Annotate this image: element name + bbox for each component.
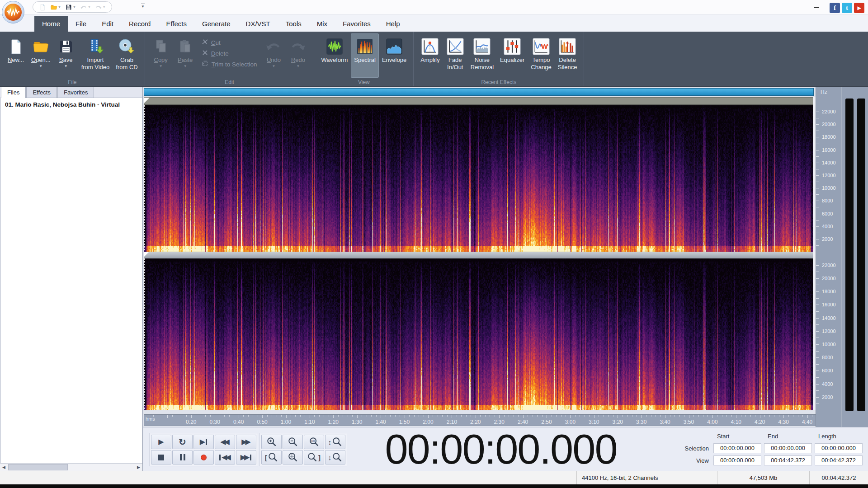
time-tick bbox=[665, 415, 665, 418]
time-tick bbox=[438, 415, 438, 417]
time-tick-label: 2:20 bbox=[470, 419, 481, 425]
ribbon-item-amplify[interactable]: Amplify bbox=[417, 33, 443, 78]
menu-tab-file[interactable]: File bbox=[68, 16, 94, 32]
app-window: ▼▼▼▼ ▼ HomeFileEditRecordEffectsGenerate… bbox=[0, 0, 868, 488]
zoom-selection-start-button[interactable]: [ bbox=[261, 450, 282, 465]
freq-tick bbox=[816, 245, 819, 246]
sidebar-horizontal-scrollbar[interactable]: ◀ ▶ bbox=[0, 463, 142, 471]
menu-tab-home[interactable]: Home bbox=[34, 16, 68, 32]
facebook-icon[interactable]: f bbox=[830, 3, 840, 13]
view-length-field[interactable]: 00:04:42.372 bbox=[815, 455, 863, 465]
zoom-in-button[interactable] bbox=[261, 435, 282, 449]
file-list-item[interactable]: 01. Mario Rasic, Nebojsa Buhin - Virtual bbox=[1, 98, 142, 111]
freq-tick bbox=[816, 124, 819, 125]
time-tick bbox=[281, 415, 282, 417]
selection-start-field[interactable]: 00:00:00.000 bbox=[713, 443, 761, 453]
freq-tick bbox=[816, 220, 819, 221]
time-tick bbox=[561, 415, 561, 417]
menu-tab-dx-vst[interactable]: DX/VST bbox=[238, 16, 278, 32]
qat-open-folder-icon[interactable]: ▼ bbox=[49, 3, 62, 11]
spectrogram-area[interactable]: hms 0:200:300:400:501:001:101:201:301:40… bbox=[144, 87, 816, 427]
freq-tick-label: 8000 bbox=[822, 198, 833, 203]
selection-end-field[interactable]: 00:00:00.000 bbox=[764, 443, 812, 453]
time-ruler[interactable]: hms 0:200:300:400:501:001:101:201:301:40… bbox=[144, 414, 816, 426]
sidebar-tab-files[interactable]: Files bbox=[1, 87, 26, 98]
ribbon-item-waveform[interactable]: Waveform bbox=[318, 33, 351, 78]
menu-tab-effects[interactable]: Effects bbox=[158, 16, 194, 32]
forward-button[interactable]: ▶▶ bbox=[236, 435, 256, 449]
ribbon-item-new[interactable]: New... bbox=[4, 33, 28, 78]
minimize-button[interactable] bbox=[806, 0, 826, 14]
menu-tab-generate[interactable]: Generate bbox=[194, 16, 238, 32]
ribbon-item-save[interactable]: Save▼ bbox=[54, 33, 78, 78]
go-to-start-button[interactable]: ◀◀ bbox=[215, 450, 235, 465]
quick-access-overflow-icon[interactable]: ▼ bbox=[141, 4, 145, 9]
time-tick bbox=[210, 415, 211, 417]
menu-tab-favorites[interactable]: Favorites bbox=[335, 16, 378, 32]
file-list[interactable]: 01. Mario Rasic, Nebojsa Buhin - Virtual bbox=[0, 98, 142, 463]
dropdown-arrow-icon: ▼ bbox=[103, 5, 106, 9]
ribbon-item-tempo-change[interactable]: TempoChange bbox=[528, 33, 555, 78]
scroll-left-icon[interactable]: ◀ bbox=[0, 464, 8, 471]
menu-tab-help[interactable]: Help bbox=[378, 16, 408, 32]
sidebar-tab-favorites[interactable]: Favorites bbox=[57, 87, 94, 98]
dropdown-arrow-icon: ▼ bbox=[297, 64, 300, 68]
youtube-icon[interactable]: ▶ bbox=[854, 3, 864, 13]
time-tick-label: 2:10 bbox=[447, 419, 457, 425]
sidebar-tab-effects[interactable]: Effects bbox=[26, 87, 57, 98]
spectrogram-channel-2[interactable] bbox=[144, 258, 813, 410]
ribbon-item-delete-silence[interactable]: DeleteSilence bbox=[555, 33, 580, 78]
go-to-end-button[interactable]: ▶▶ bbox=[236, 450, 256, 465]
scrollbar-thumb[interactable] bbox=[8, 464, 68, 470]
menu-tab-mix[interactable]: Mix bbox=[309, 16, 335, 32]
rewind-button[interactable]: ◀◀ bbox=[215, 435, 235, 449]
scroll-right-icon[interactable]: ▶ bbox=[135, 464, 142, 471]
selection-length-field[interactable]: 00:00:00.000 bbox=[815, 443, 863, 453]
ribbon-item-import-from-video[interactable]: Importfrom Video bbox=[78, 33, 113, 78]
time-tick bbox=[490, 415, 490, 417]
menu-tab-tools[interactable]: Tools bbox=[278, 16, 309, 32]
app-logo-icon[interactable] bbox=[2, 1, 24, 23]
time-tick-label: 1:00 bbox=[281, 419, 291, 425]
play-button[interactable]: ▶ bbox=[151, 435, 171, 449]
ribbon-item-spectral[interactable]: Spectral bbox=[351, 33, 379, 78]
qat-save-icon[interactable]: ▼ bbox=[64, 3, 77, 11]
menu-tab-edit[interactable]: Edit bbox=[94, 16, 121, 32]
view-start-field[interactable]: 00:00:00.000 bbox=[713, 455, 761, 465]
ribbon-item-grab-from-cd[interactable]: Grabfrom CD bbox=[113, 33, 141, 78]
freq-tick bbox=[816, 144, 819, 144]
time-tick bbox=[205, 415, 206, 417]
freq-tick bbox=[816, 265, 819, 266]
time-tick bbox=[277, 415, 277, 417]
twitter-icon[interactable]: t bbox=[842, 3, 852, 13]
stop-button[interactable] bbox=[151, 450, 171, 465]
ribbon-item-envelope[interactable]: Envelope bbox=[379, 33, 410, 78]
qat-new-file-icon[interactable] bbox=[38, 3, 47, 11]
marker-strip-top[interactable] bbox=[144, 97, 814, 105]
zoom-100-button[interactable]: 100 bbox=[304, 435, 324, 449]
time-tick bbox=[324, 415, 324, 417]
freq-tick-label: 16000 bbox=[822, 302, 836, 307]
menu-tab-record[interactable]: Record bbox=[121, 16, 158, 32]
spectrogram-channel-1[interactable] bbox=[144, 105, 813, 252]
loop-button[interactable]: ↻ bbox=[172, 435, 193, 449]
time-tick bbox=[528, 415, 528, 417]
time-tick bbox=[153, 415, 154, 417]
view-end-field[interactable]: 00:04:42.372 bbox=[764, 455, 812, 465]
record-button[interactable] bbox=[193, 450, 214, 465]
ribbon-item-equalizer[interactable]: Equalizer bbox=[497, 33, 528, 78]
time-tick-label: 0:50 bbox=[257, 419, 267, 425]
play-to-end-button[interactable]: ▶ bbox=[193, 435, 214, 449]
channel-divider[interactable] bbox=[144, 252, 814, 258]
zoom-selection-end-button[interactable]: ] bbox=[304, 450, 324, 465]
freq-tick bbox=[816, 214, 819, 214]
cut-icon bbox=[202, 39, 208, 46]
time-tick bbox=[670, 415, 670, 417]
ribbon-item-open[interactable]: Open...▼ bbox=[28, 33, 54, 78]
zoom-out-button[interactable] bbox=[283, 435, 303, 449]
overview-scrollbar[interactable] bbox=[144, 88, 814, 96]
ribbon-item-fade-in-out[interactable]: FadeIn/Out bbox=[443, 33, 467, 78]
zoom-all-button[interactable] bbox=[283, 450, 303, 465]
ribbon-item-noise-removal[interactable]: NoiseRemoval bbox=[467, 33, 497, 78]
pause-button[interactable] bbox=[172, 450, 193, 465]
